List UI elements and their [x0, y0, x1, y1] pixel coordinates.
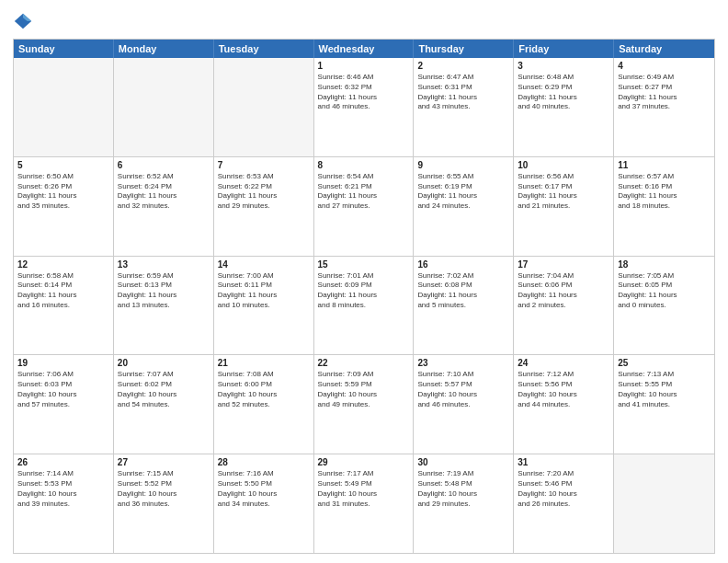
calendar-cell: 29Sunrise: 7:17 AM Sunset: 5:49 PM Dayli… [314, 454, 415, 553]
cell-daylight-info: Sunrise: 7:09 AM Sunset: 5:59 PM Dayligh… [318, 370, 410, 409]
calendar-cell: 20Sunrise: 7:07 AM Sunset: 6:02 PM Dayli… [114, 355, 214, 454]
calendar: SundayMondayTuesdayWednesdayThursdayFrid… [13, 39, 715, 554]
header-day-wednesday: Wednesday [314, 40, 415, 58]
calendar-row-2: 5Sunrise: 6:50 AM Sunset: 6:26 PM Daylig… [14, 156, 714, 256]
cell-daylight-info: Sunrise: 7:12 AM Sunset: 5:56 PM Dayligh… [518, 370, 609, 409]
day-number: 16 [417, 259, 509, 270]
calendar-cell: 21Sunrise: 7:08 AM Sunset: 6:00 PM Dayli… [214, 355, 314, 454]
calendar-cell: 27Sunrise: 7:15 AM Sunset: 5:52 PM Dayli… [114, 454, 214, 553]
day-number: 21 [218, 358, 310, 368]
day-number: 9 [417, 160, 509, 170]
calendar-cell: 5Sunrise: 6:50 AM Sunset: 6:26 PM Daylig… [14, 157, 114, 256]
calendar-cell: 2Sunrise: 6:47 AM Sunset: 6:31 PM Daylig… [414, 58, 514, 156]
calendar-cell: 3Sunrise: 6:48 AM Sunset: 6:29 PM Daylig… [514, 58, 614, 156]
calendar-cell [214, 58, 314, 156]
calendar-cell: 23Sunrise: 7:10 AM Sunset: 5:57 PM Dayli… [414, 355, 514, 454]
header-day-sunday: Sunday [14, 40, 114, 58]
cell-daylight-info: Sunrise: 6:47 AM Sunset: 6:31 PM Dayligh… [417, 73, 509, 112]
day-number: 29 [318, 457, 410, 467]
day-number: 17 [518, 259, 609, 270]
header-day-thursday: Thursday [414, 40, 514, 58]
day-number: 15 [318, 259, 410, 270]
calendar-row-3: 12Sunrise: 6:58 AM Sunset: 6:14 PM Dayli… [14, 256, 714, 355]
logo [13, 11, 37, 31]
calendar-cell: 7Sunrise: 6:53 AM Sunset: 6:22 PM Daylig… [214, 157, 314, 256]
calendar-cell: 10Sunrise: 6:56 AM Sunset: 6:17 PM Dayli… [514, 157, 614, 256]
day-number: 5 [17, 160, 109, 170]
cell-daylight-info: Sunrise: 7:08 AM Sunset: 6:00 PM Dayligh… [218, 370, 310, 409]
day-number: 2 [417, 61, 509, 71]
cell-daylight-info: Sunrise: 7:20 AM Sunset: 5:46 PM Dayligh… [518, 469, 609, 509]
cell-daylight-info: Sunrise: 6:50 AM Sunset: 6:26 PM Dayligh… [17, 172, 109, 212]
day-number: 24 [518, 358, 609, 368]
day-number: 31 [518, 457, 609, 467]
day-number: 3 [518, 61, 609, 71]
calendar-row-4: 19Sunrise: 7:06 AM Sunset: 6:03 PM Dayli… [14, 354, 714, 454]
day-number: 19 [17, 358, 109, 368]
cell-daylight-info: Sunrise: 7:14 AM Sunset: 5:53 PM Dayligh… [17, 469, 109, 509]
cell-daylight-info: Sunrise: 7:10 AM Sunset: 5:57 PM Dayligh… [417, 370, 509, 409]
day-number: 25 [618, 358, 711, 368]
calendar-cell: 24Sunrise: 7:12 AM Sunset: 5:56 PM Dayli… [514, 355, 614, 454]
calendar-header: SundayMondayTuesdayWednesdayThursdayFrid… [14, 40, 714, 58]
header-day-saturday: Saturday [614, 40, 714, 58]
page: SundayMondayTuesdayWednesdayThursdayFrid… [0, 0, 728, 563]
calendar-cell: 28Sunrise: 7:16 AM Sunset: 5:50 PM Dayli… [214, 454, 314, 553]
cell-daylight-info: Sunrise: 7:15 AM Sunset: 5:52 PM Dayligh… [118, 469, 210, 509]
day-number: 26 [17, 457, 109, 467]
cell-daylight-info: Sunrise: 7:16 AM Sunset: 5:50 PM Dayligh… [218, 469, 310, 509]
cell-daylight-info: Sunrise: 7:17 AM Sunset: 5:49 PM Dayligh… [318, 469, 410, 509]
cell-daylight-info: Sunrise: 6:48 AM Sunset: 6:29 PM Dayligh… [518, 73, 609, 112]
cell-daylight-info: Sunrise: 7:02 AM Sunset: 6:08 PM Dayligh… [417, 271, 509, 311]
cell-daylight-info: Sunrise: 6:59 AM Sunset: 6:13 PM Dayligh… [118, 271, 210, 311]
calendar-cell: 30Sunrise: 7:19 AM Sunset: 5:48 PM Dayli… [414, 454, 514, 553]
calendar-cell: 6Sunrise: 6:52 AM Sunset: 6:24 PM Daylig… [114, 157, 214, 256]
cell-daylight-info: Sunrise: 7:01 AM Sunset: 6:09 PM Dayligh… [318, 271, 410, 311]
calendar-body: 1Sunrise: 6:46 AM Sunset: 6:32 PM Daylig… [14, 58, 714, 553]
calendar-cell: 12Sunrise: 6:58 AM Sunset: 6:14 PM Dayli… [14, 257, 114, 355]
calendar-cell: 31Sunrise: 7:20 AM Sunset: 5:46 PM Dayli… [514, 454, 614, 553]
calendar-cell: 1Sunrise: 6:46 AM Sunset: 6:32 PM Daylig… [314, 58, 415, 156]
cell-daylight-info: Sunrise: 7:07 AM Sunset: 6:02 PM Dayligh… [118, 370, 210, 409]
calendar-cell: 11Sunrise: 6:57 AM Sunset: 6:16 PM Dayli… [614, 157, 714, 256]
cell-daylight-info: Sunrise: 7:05 AM Sunset: 6:05 PM Dayligh… [618, 271, 711, 311]
calendar-cell: 17Sunrise: 7:04 AM Sunset: 6:06 PM Dayli… [514, 257, 614, 355]
calendar-cell: 13Sunrise: 6:59 AM Sunset: 6:13 PM Dayli… [114, 257, 214, 355]
day-number: 1 [318, 61, 410, 71]
header-day-tuesday: Tuesday [214, 40, 314, 58]
day-number: 7 [218, 160, 310, 170]
day-number: 10 [518, 160, 609, 170]
day-number: 30 [417, 457, 509, 467]
cell-daylight-info: Sunrise: 6:49 AM Sunset: 6:27 PM Dayligh… [618, 73, 711, 112]
day-number: 12 [17, 259, 109, 270]
header-day-friday: Friday [514, 40, 614, 58]
cell-daylight-info: Sunrise: 6:46 AM Sunset: 6:32 PM Dayligh… [318, 73, 410, 112]
cell-daylight-info: Sunrise: 7:00 AM Sunset: 6:11 PM Dayligh… [218, 271, 310, 311]
calendar-cell: 4Sunrise: 6:49 AM Sunset: 6:27 PM Daylig… [614, 58, 714, 156]
day-number: 28 [218, 457, 310, 467]
calendar-cell: 22Sunrise: 7:09 AM Sunset: 5:59 PM Dayli… [314, 355, 415, 454]
cell-daylight-info: Sunrise: 6:53 AM Sunset: 6:22 PM Dayligh… [218, 172, 310, 212]
calendar-cell: 8Sunrise: 6:54 AM Sunset: 6:21 PM Daylig… [314, 157, 415, 256]
logo-icon [13, 11, 33, 31]
day-number: 8 [318, 160, 410, 170]
day-number: 18 [618, 259, 711, 270]
day-number: 20 [118, 358, 210, 368]
cell-daylight-info: Sunrise: 7:06 AM Sunset: 6:03 PM Dayligh… [17, 370, 109, 409]
day-number: 14 [218, 259, 310, 270]
cell-daylight-info: Sunrise: 6:54 AM Sunset: 6:21 PM Dayligh… [318, 172, 410, 212]
day-number: 4 [618, 61, 711, 71]
calendar-cell: 14Sunrise: 7:00 AM Sunset: 6:11 PM Dayli… [214, 257, 314, 355]
cell-daylight-info: Sunrise: 7:04 AM Sunset: 6:06 PM Dayligh… [518, 271, 609, 311]
day-number: 27 [118, 457, 210, 467]
calendar-cell: 15Sunrise: 7:01 AM Sunset: 6:09 PM Dayli… [314, 257, 415, 355]
header-day-monday: Monday [114, 40, 214, 58]
day-number: 13 [118, 259, 210, 270]
cell-daylight-info: Sunrise: 6:52 AM Sunset: 6:24 PM Dayligh… [118, 172, 210, 212]
calendar-cell: 18Sunrise: 7:05 AM Sunset: 6:05 PM Dayli… [614, 257, 714, 355]
cell-daylight-info: Sunrise: 7:13 AM Sunset: 5:55 PM Dayligh… [618, 370, 711, 409]
calendar-row-1: 1Sunrise: 6:46 AM Sunset: 6:32 PM Daylig… [14, 58, 714, 156]
day-number: 11 [618, 160, 711, 170]
calendar-cell [114, 58, 214, 156]
calendar-cell [614, 454, 714, 553]
